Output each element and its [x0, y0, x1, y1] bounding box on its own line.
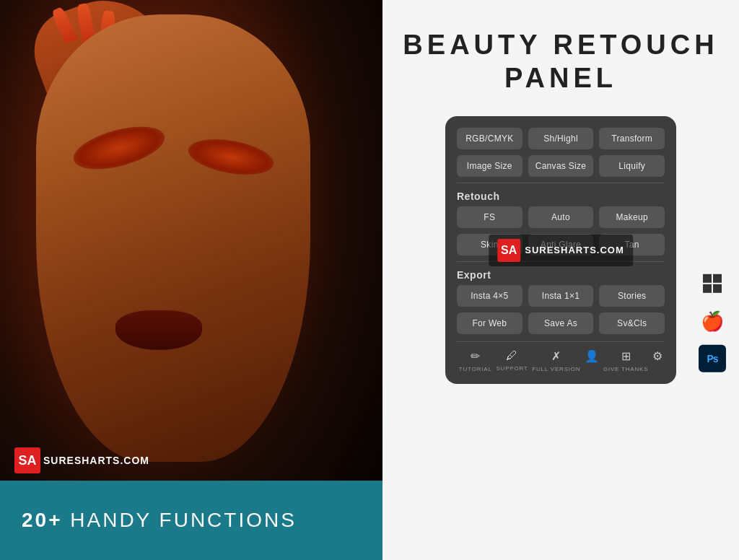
watermark-text-left: SURESHARTS.COM: [43, 455, 149, 466]
watermark-logo-left: SA: [14, 447, 40, 473]
apple-icon: 🍎: [699, 307, 726, 335]
panel-row-tools-2: Image Size Canvas Size Liquify: [457, 155, 665, 177]
toolbar-extra[interactable]: ⚙: [652, 349, 663, 372]
btn-fs[interactable]: FS: [457, 206, 522, 228]
panel-title: BEAUTY RETOUCH PANEL: [403, 29, 718, 95]
panel-toolbar: ✏ TUTORIAL 🖊 SUPPORT ✗ FULL VERSION 👤 ⊞ …: [457, 341, 665, 372]
bottom-bar: 20+ HANDY FUNCTIONS: [0, 481, 382, 560]
btn-sh-highl[interactable]: Sh/Highl: [528, 128, 594, 149]
photoshop-icon: Ps: [699, 345, 726, 372]
btn-for-web[interactable]: For Web: [457, 312, 522, 334]
toolbar-add[interactable]: ⊞ GIVE THANKS: [603, 349, 648, 372]
panel-row-tools-1: RGB/CMYK Sh/Highl Transform: [457, 128, 665, 149]
extra-icon: ⚙: [652, 349, 663, 363]
btn-transform[interactable]: Transform: [599, 128, 665, 149]
divider-1: [457, 183, 665, 183]
divider-2: [457, 261, 665, 262]
add-label: GIVE THANKS: [603, 366, 648, 372]
os-icons: 🍎 Ps: [699, 270, 726, 372]
watermark-photo: SA SURESHARTS.COM: [14, 447, 149, 473]
right-section: BEAUTY RETOUCH PANEL RGB/CMYK Sh/Highl T…: [382, 0, 739, 560]
btn-canvas-size[interactable]: Canvas Size: [528, 155, 594, 177]
panel-title-line1: BEAUTY RETOUCH: [403, 29, 718, 62]
btn-tan[interactable]: Tan: [599, 234, 665, 255]
panel-row-export-2: For Web Save As Sv&Cls: [457, 312, 665, 334]
btn-auto[interactable]: Auto: [528, 206, 594, 228]
btn-insta-45[interactable]: Insta 4×5: [457, 285, 522, 307]
panel-row-retouch-1: FS Auto Makeup: [457, 206, 665, 228]
btn-sv-cls[interactable]: Sv&Cls: [599, 312, 665, 334]
panel-row-retouch-2: Skin Anti Glare Tan: [457, 234, 665, 255]
btn-skin[interactable]: Skin: [457, 234, 522, 255]
toolbar-person[interactable]: 👤: [585, 349, 599, 372]
person-icon: 👤: [585, 349, 599, 363]
toolbar-tutorial[interactable]: ✏ TUTORIAL: [459, 349, 492, 372]
btn-makeup[interactable]: Makeup: [599, 206, 665, 228]
support-icon: 🖊: [506, 349, 517, 362]
full-version-label: FULL VERSION: [532, 366, 580, 372]
lips: [115, 310, 202, 350]
panel-row-export-1: Insta 4×5 Insta 1×1 Stories: [457, 285, 665, 307]
tutorial-label: TUTORIAL: [459, 366, 492, 372]
btn-anti-glare[interactable]: Anti Glare: [528, 234, 594, 255]
windows-logo: [703, 274, 722, 293]
photo-background: SA SURESHARTS.COM: [0, 0, 382, 560]
face-shape: [36, 14, 310, 462]
toolbar-support[interactable]: 🖊 SUPPORT: [496, 349, 528, 372]
photo-section: SA SURESHARTS.COM 20+ HANDY FUNCTIONS: [0, 0, 382, 560]
windows-icon: [699, 270, 726, 297]
add-icon: ⊞: [621, 349, 631, 363]
btn-liquify[interactable]: Liquify: [599, 155, 665, 177]
btn-stories[interactable]: Stories: [599, 285, 665, 307]
btn-save-as[interactable]: Save As: [528, 312, 594, 334]
support-label: SUPPORT: [496, 365, 528, 372]
export-label: Export: [457, 269, 665, 281]
panel-title-line2: PANEL: [403, 62, 718, 95]
tutorial-icon: ✏: [471, 349, 480, 363]
btn-rgb-cmyk[interactable]: RGB/CMYK: [457, 128, 522, 149]
btn-image-size[interactable]: Image Size: [457, 155, 522, 177]
retouch-label: Retouch: [457, 191, 665, 202]
toolbar-full-version[interactable]: ✗ FULL VERSION: [532, 349, 580, 372]
btn-insta-11[interactable]: Insta 1×1: [528, 285, 594, 307]
beauty-panel-card: RGB/CMYK Sh/Highl Transform Image Size C…: [445, 116, 676, 384]
bottom-tagline: 20+ HANDY FUNCTIONS: [22, 509, 297, 532]
full-version-icon: ✗: [551, 349, 561, 363]
